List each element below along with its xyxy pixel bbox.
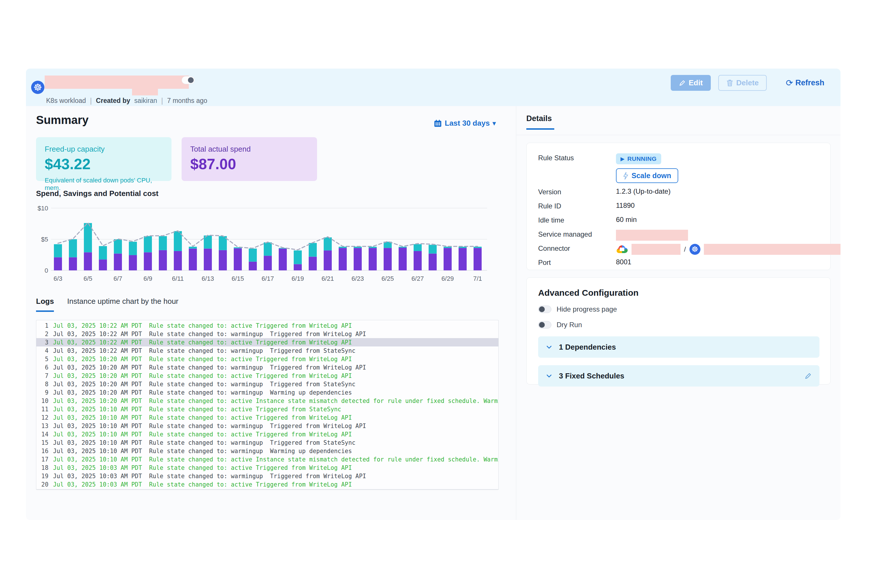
- workload-subtitle-redacted: [132, 89, 158, 95]
- logs-panel[interactable]: 1Jul 03, 2025 10:22 AM PDT Rule state ch…: [36, 320, 499, 490]
- log-row[interactable]: 19Jul 03, 2025 10:03 AM PDT Rule state c…: [36, 472, 498, 480]
- details-card: Rule Status ▶ RUNNING Scale down Version: [526, 142, 831, 270]
- edit-schedules-icon[interactable]: [804, 372, 812, 380]
- card-value: $43.22: [45, 155, 163, 172]
- bar-spend: [219, 250, 227, 270]
- hide-progress-page-toggle[interactable]: [538, 306, 551, 313]
- log-line-number: 20: [36, 481, 48, 488]
- log-message: Jul 03, 2025 10:22 AM PDT Rule state cha…: [53, 322, 352, 329]
- bar-savings: [249, 249, 257, 261]
- delete-button[interactable]: Delete: [718, 75, 767, 91]
- log-row[interactable]: 13Jul 03, 2025 10:10 AM PDT Rule state c…: [36, 422, 498, 430]
- bar-spend: [54, 257, 62, 270]
- x-axis-tick: 6/13: [202, 275, 214, 282]
- total-actual-spend-card: Total actual spend $87.00: [182, 137, 317, 181]
- log-row[interactable]: 18Jul 03, 2025 10:03 AM PDT Rule state c…: [36, 464, 498, 472]
- accordion-1-dependencies[interactable]: 1 Dependencies: [538, 336, 819, 358]
- log-message: Jul 03, 2025 10:20 AM PDT Rule state cha…: [53, 356, 352, 363]
- log-row[interactable]: 10Jul 03, 2025 10:20 AM PDT Rule state c…: [36, 397, 498, 405]
- date-range-selector[interactable]: Last 30 days ▾: [434, 119, 496, 128]
- bar-spend: [174, 251, 182, 270]
- y-axis-tick: $10: [38, 205, 48, 212]
- dry-run-toggle[interactable]: [538, 321, 551, 328]
- log-line-number: 17: [36, 456, 48, 463]
- log-row[interactable]: 12Jul 03, 2025 10:10 AM PDT Rule state c…: [36, 413, 498, 422]
- bar-savings: [69, 239, 77, 257]
- tab-details[interactable]: Details: [526, 114, 554, 130]
- created-by-user[interactable]: saikiran: [134, 97, 157, 105]
- edit-button[interactable]: Edit: [671, 75, 711, 91]
- log-line-number: 11: [36, 406, 48, 413]
- card-label: Freed-up capacity: [45, 145, 163, 154]
- x-axis-tick: 6/19: [292, 275, 304, 282]
- log-row[interactable]: 4Jul 03, 2025 10:22 AM PDT Rule state ch…: [36, 346, 498, 355]
- log-row[interactable]: 7Jul 03, 2025 10:20 AM PDT Rule state ch…: [36, 372, 498, 380]
- bar-spend: [459, 248, 466, 270]
- x-axis-tick: 6/21: [322, 275, 334, 282]
- workload-enabled-toggle[interactable]: [182, 76, 195, 84]
- x-axis-tick: 6/15: [232, 275, 244, 282]
- bar-savings: [144, 236, 152, 252]
- toggle-row: Hide progress page: [538, 305, 819, 313]
- log-line-number: 15: [36, 439, 48, 446]
- scale-down-button[interactable]: Scale down: [616, 168, 678, 183]
- log-row[interactable]: 3Jul 03, 2025 10:22 AM PDT Rule state ch…: [36, 338, 498, 346]
- chevron-down-icon: ▾: [493, 120, 496, 127]
- connector-cluster-redacted: [704, 244, 840, 255]
- log-row[interactable]: 1Jul 03, 2025 10:22 AM PDT Rule state ch…: [36, 321, 498, 330]
- chevron-down-icon: [546, 372, 552, 380]
- log-row[interactable]: 9Jul 03, 2025 10:20 AM PDT Rule state ch…: [36, 388, 498, 397]
- x-axis-tick: 7/1: [473, 275, 482, 282]
- refresh-button[interactable]: ⟳ Refresh: [786, 78, 824, 88]
- log-message: Jul 03, 2025 10:10 AM PDT Rule state cha…: [53, 423, 366, 429]
- header: ☸ K8s workload | Created by saikiran | 7…: [26, 69, 840, 106]
- log-line-number: 3: [36, 339, 48, 346]
- log-message: Jul 03, 2025 10:20 AM PDT Rule state cha…: [53, 389, 352, 396]
- x-axis-tick: 6/5: [84, 275, 93, 282]
- log-row[interactable]: 8Jul 03, 2025 10:20 AM PDT Rule state ch…: [36, 380, 498, 388]
- bar-spend: [204, 249, 212, 270]
- log-row[interactable]: 5Jul 03, 2025 10:20 AM PDT Rule state ch…: [36, 355, 498, 363]
- log-line-number: 12: [36, 414, 48, 421]
- bar-savings: [114, 239, 122, 254]
- bar-spend: [414, 251, 422, 270]
- log-row[interactable]: 15Jul 03, 2025 10:10 AM PDT Rule state c…: [36, 438, 498, 447]
- accordion-label: 1 Dependencies: [559, 343, 616, 352]
- accordion-3-fixed-schedules[interactable]: 3 Fixed Schedules: [538, 365, 819, 387]
- log-row[interactable]: 17Jul 03, 2025 10:10 AM PDT Rule state c…: [36, 455, 498, 464]
- bar-spend: [279, 249, 287, 270]
- bar-savings: [264, 242, 272, 256]
- log-message: Jul 03, 2025 10:22 AM PDT Rule state cha…: [53, 331, 366, 338]
- log-row[interactable]: 14Jul 03, 2025 10:10 AM PDT Rule state c…: [36, 430, 498, 438]
- log-message: Jul 03, 2025 10:10 AM PDT Rule state cha…: [53, 448, 352, 454]
- log-message: Jul 03, 2025 10:22 AM PDT Rule state cha…: [53, 339, 352, 346]
- log-line-number: 14: [36, 431, 48, 438]
- log-row[interactable]: 16Jul 03, 2025 10:10 AM PDT Rule state c…: [36, 447, 498, 455]
- y-axis-tick: 0: [45, 267, 48, 274]
- version-value: 1.2.3 (Up-to-date): [616, 188, 670, 195]
- bar-spend: [369, 248, 377, 270]
- log-row[interactable]: 11Jul 03, 2025 10:10 AM PDT Rule state c…: [36, 405, 498, 413]
- bar-savings: [309, 243, 317, 257]
- tab-logs[interactable]: Logs: [36, 297, 54, 312]
- log-row[interactable]: 6Jul 03, 2025 10:20 AM PDT Rule state ch…: [36, 363, 498, 372]
- play-icon: ▶: [621, 156, 625, 162]
- tab-instance-uptime-chart-by-the-hour[interactable]: Instance uptime chart by the hour: [67, 297, 178, 312]
- x-axis-tick: 6/7: [114, 275, 123, 282]
- log-message: Jul 03, 2025 10:10 AM PDT Rule state cha…: [53, 439, 356, 446]
- bar-spend: [84, 252, 92, 270]
- bar-spend: [234, 248, 242, 270]
- log-message: Jul 03, 2025 10:03 AM PDT Rule state cha…: [53, 464, 352, 471]
- bar-spend: [444, 248, 452, 270]
- rule-status-label: Rule Status: [538, 153, 616, 162]
- log-line-number: 2: [36, 331, 48, 338]
- log-line-number: 10: [36, 398, 48, 404]
- log-row[interactable]: 2Jul 03, 2025 10:22 AM PDT Rule state ch…: [36, 330, 498, 338]
- log-row[interactable]: 20Jul 03, 2025 10:03 AM PDT Rule state c…: [36, 480, 498, 489]
- bar-savings: [294, 250, 302, 264]
- bar-spend: [189, 249, 197, 270]
- toggle-knob: [188, 77, 194, 83]
- kubernetes-icon: ☸: [31, 81, 44, 94]
- x-axis-tick: 6/9: [144, 275, 153, 282]
- log-message: Jul 03, 2025 10:03 AM PDT Rule state cha…: [53, 481, 352, 488]
